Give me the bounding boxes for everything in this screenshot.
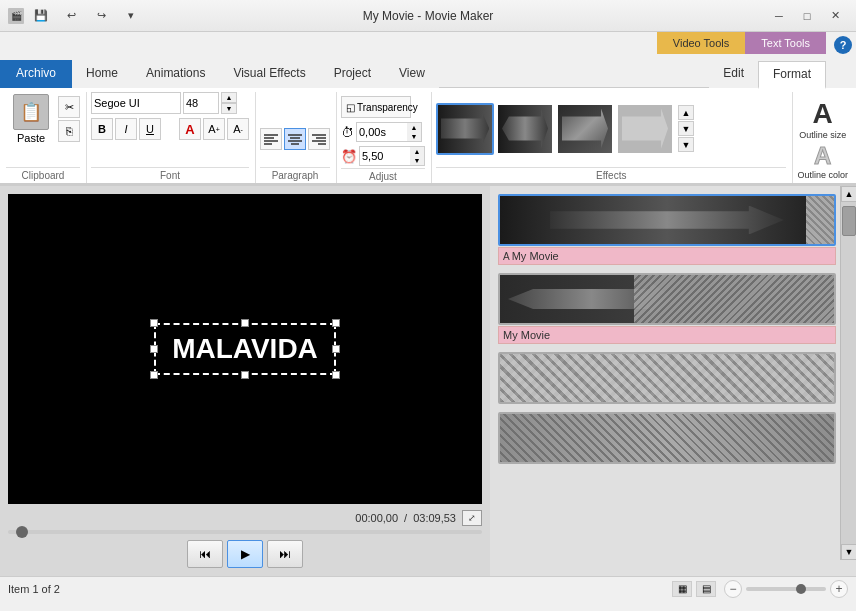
effects-scroll-up[interactable]: ▲ (678, 105, 694, 120)
minimize-btn[interactable]: ─ (766, 6, 792, 26)
time2-up[interactable]: ▲ (410, 147, 424, 156)
close-btn[interactable]: ✕ (822, 6, 848, 26)
adjust-label: Adjust (341, 168, 425, 184)
help-btn[interactable]: ? (834, 36, 852, 54)
skip-button[interactable]: ⏭ (267, 540, 303, 568)
font-size-down[interactable]: ▼ (221, 103, 237, 114)
tab-animations[interactable]: Animations (132, 60, 219, 88)
status-icon-2[interactable]: ▤ (696, 581, 716, 597)
effect-1-button[interactable] (436, 103, 494, 155)
transparency-icon: ◱ (346, 102, 355, 113)
effect-1-preview (438, 105, 492, 153)
italic-button[interactable]: I (115, 118, 137, 140)
timeline-item-2: My Movie (498, 273, 836, 344)
effect-4-button[interactable] (616, 103, 674, 155)
paragraph-align-row (260, 128, 330, 150)
font-size-input[interactable] (183, 92, 219, 114)
resize-handle-ml[interactable] (150, 345, 158, 353)
video-text[interactable]: MALAVIDA (154, 323, 336, 375)
resize-handle-tl[interactable] (150, 319, 158, 327)
effect-3-button[interactable] (556, 103, 614, 155)
play-pause-button[interactable]: ▶ (227, 540, 263, 568)
maximize-btn[interactable]: □ (794, 6, 820, 26)
tab-text-tools[interactable]: Text Tools (745, 32, 826, 54)
align-left-button[interactable] (260, 128, 282, 150)
timeline-items-list: A My Movie My Movie (490, 186, 856, 472)
resize-handle-bl[interactable] (150, 371, 158, 379)
cut-button[interactable]: ✂ (58, 96, 80, 118)
zoom-track[interactable] (746, 587, 826, 591)
tab-view[interactable]: View (385, 60, 439, 88)
bold-button[interactable]: B (91, 118, 113, 140)
outline-content: A Outline size A Outline color (797, 92, 848, 183)
outline-color-area: A Outline color (797, 144, 848, 180)
status-text: Item 1 of 2 (8, 583, 664, 595)
clip-2[interactable] (498, 273, 836, 325)
time2-down[interactable]: ▼ (410, 156, 424, 165)
progress-thumb[interactable] (16, 526, 28, 538)
resize-handle-tc[interactable] (241, 319, 249, 327)
time2-input[interactable] (360, 147, 410, 165)
time1-input-wrap: ▲ ▼ (356, 122, 422, 142)
qat-dropdown-btn[interactable]: ▾ (118, 6, 144, 26)
effects-scroll-down[interactable]: ▼ (678, 137, 694, 152)
zoom-thumb[interactable] (796, 584, 806, 594)
time2-row: ⏰ ▲ ▼ (341, 146, 425, 166)
outline-size-icon[interactable]: A (813, 100, 833, 128)
effect-2-button[interactable] (496, 103, 554, 155)
zoom-area: − + (724, 580, 848, 598)
time1-up[interactable]: ▲ (407, 123, 421, 132)
clip-4[interactable] (498, 412, 836, 464)
resize-handle-br[interactable] (332, 371, 340, 379)
time1-input[interactable] (357, 123, 407, 141)
resize-handle-tr[interactable] (332, 319, 340, 327)
align-center-button[interactable] (284, 128, 306, 150)
font-shrink-button[interactable]: A- (227, 118, 249, 140)
zoom-out-button[interactable]: − (724, 580, 742, 598)
effects-label: Effects (436, 167, 786, 183)
video-controls: 00:00,00 / 03:09,53 ⤢ ⏮ ▶ ⏭ (8, 510, 482, 568)
tab-video-tools[interactable]: Video Tools (657, 32, 745, 54)
transparency-button[interactable]: ◱ Transparency (341, 96, 411, 118)
paste-button[interactable]: 📋 Paste (6, 92, 56, 146)
resize-handle-mr[interactable] (332, 345, 340, 353)
clip-3[interactable] (498, 352, 836, 404)
font-size-up[interactable]: ▲ (221, 92, 237, 103)
font-color-button[interactable]: A (179, 118, 201, 140)
font-grow-button[interactable]: A+ (203, 118, 225, 140)
tab-home[interactable]: Home (72, 60, 132, 88)
progress-track[interactable] (8, 530, 482, 534)
main-content: MALAVIDA 00:00,00 / 03:09,53 ⤢ (0, 186, 856, 576)
underline-button[interactable]: U (139, 118, 161, 140)
clip-1-end (806, 196, 834, 244)
expand-button[interactable]: ⤢ (462, 510, 482, 526)
tab-visual-effects[interactable]: Visual Effects (219, 60, 319, 88)
tab-project[interactable]: Project (320, 60, 385, 88)
font-face-input[interactable] (91, 92, 181, 114)
copy-button[interactable]: ⎘ (58, 120, 80, 142)
align-right-button[interactable] (308, 128, 330, 150)
tab-format[interactable]: Format (758, 61, 826, 89)
scroll-down-arrow[interactable]: ▼ (841, 544, 856, 560)
outline-color-icon[interactable]: A (814, 144, 831, 168)
scroll-up-arrow[interactable]: ▲ (841, 186, 856, 202)
rewind-button[interactable]: ⏮ (187, 540, 223, 568)
zoom-in-button[interactable]: + (830, 580, 848, 598)
save-btn[interactable]: 💾 (28, 6, 54, 26)
tab-edit[interactable]: Edit (709, 60, 758, 88)
clip-1[interactable] (498, 194, 836, 246)
status-bar: Item 1 of 2 ▦ ▤ − + (0, 576, 856, 600)
scroll-track[interactable] (841, 202, 856, 544)
resize-handle-bc[interactable] (241, 371, 249, 379)
scroll-thumb[interactable] (842, 206, 856, 236)
ribbon-group-clipboard: 📋 Paste ✂ ⎘ Clipboard (2, 92, 87, 183)
time1-down[interactable]: ▼ (407, 132, 421, 141)
text-selection-box[interactable]: MALAVIDA (154, 323, 336, 375)
undo-btn[interactable]: ↩ (58, 6, 84, 26)
video-canvas: MALAVIDA (8, 194, 482, 504)
status-icon-1[interactable]: ▦ (672, 581, 692, 597)
paragraph-content (260, 92, 330, 165)
effects-scroll-mid[interactable]: ▼ (678, 121, 694, 136)
redo-btn[interactable]: ↪ (88, 6, 114, 26)
tab-archivo[interactable]: Archivo (0, 60, 72, 88)
